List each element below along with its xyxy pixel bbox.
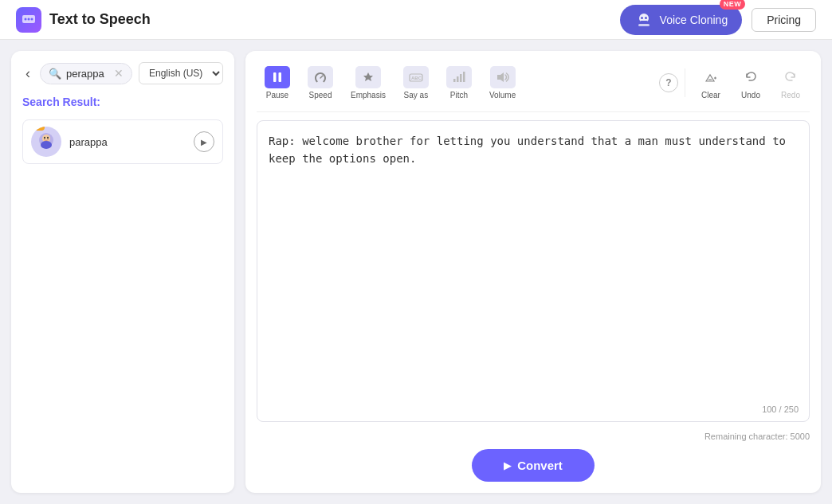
toolbar-separator xyxy=(685,68,685,97)
search-icon: 🔍 xyxy=(49,68,61,80)
svg-point-3 xyxy=(31,18,33,20)
say-as-label: Say as xyxy=(404,91,429,100)
redo-label: Redo xyxy=(781,91,800,100)
voice-name: parappa xyxy=(69,136,108,148)
tool-pitch-button[interactable]: Pitch xyxy=(438,62,480,104)
app-title: Text to Speech xyxy=(49,11,151,28)
search-clear-icon[interactable]: ✕ xyxy=(114,68,124,79)
emphasis-icon xyxy=(355,66,381,88)
undo-label: Undo xyxy=(741,91,760,100)
voice-item[interactable]: VIP parappa ▶ xyxy=(22,119,223,164)
new-badge: NEW xyxy=(720,0,746,10)
tool-volume-button[interactable]: Volume xyxy=(481,62,524,104)
svg-point-13 xyxy=(41,141,52,149)
voice-cloning-label: Voice Cloning xyxy=(660,14,728,26)
text-area[interactable]: Rap: welcome brother for letting you und… xyxy=(257,120,810,422)
clear-icon xyxy=(700,66,722,88)
search-row: ‹ 🔍 ✕ English (US) English (UK) Spanish … xyxy=(22,62,223,84)
svg-point-12 xyxy=(47,137,49,139)
svg-rect-20 xyxy=(453,79,456,82)
redo-icon xyxy=(779,66,802,88)
svg-rect-21 xyxy=(457,76,459,82)
toolbar: Pause Speed xyxy=(257,62,810,112)
voice-play-button[interactable]: ▶ xyxy=(194,131,214,152)
undo-icon xyxy=(740,66,762,88)
tool-emphasis-button[interactable]: Emphasis xyxy=(343,62,394,104)
emphasis-label: Emphasis xyxy=(351,91,386,100)
tool-pause-button[interactable]: Pause xyxy=(257,62,298,104)
undo-button[interactable]: Undo xyxy=(732,62,770,104)
pricing-button[interactable]: Pricing xyxy=(752,8,816,32)
svg-line-16 xyxy=(320,76,323,78)
char-count: 100 / 250 xyxy=(762,404,799,414)
svg-point-5 xyxy=(641,17,643,19)
language-select[interactable]: English (US) English (UK) Spanish French xyxy=(139,62,223,84)
volume-icon xyxy=(490,66,516,88)
svg-text:ABC: ABC xyxy=(411,76,422,80)
right-panel: Pause Speed xyxy=(245,51,821,493)
voice-avatar: VIP xyxy=(31,127,61,157)
search-box: 🔍 ✕ xyxy=(40,63,132,84)
tool-group: Pause Speed xyxy=(257,62,653,104)
back-button[interactable]: ‹ xyxy=(22,64,33,84)
pitch-icon xyxy=(446,66,472,88)
tool-speed-button[interactable]: Speed xyxy=(300,62,341,104)
header: Text to Speech NEW Voice Cloning Pricing xyxy=(0,0,832,40)
svg-rect-14 xyxy=(273,72,277,82)
say-as-icon: ABC xyxy=(403,66,429,88)
vip-badge: VIP xyxy=(31,127,45,131)
help-button[interactable]: ? xyxy=(659,73,678,92)
tool-actions: Clear Undo xyxy=(692,62,810,104)
main-content: ‹ 🔍 ✕ English (US) English (UK) Spanish … xyxy=(0,40,832,504)
speed-icon xyxy=(308,66,333,88)
header-left: Text to Speech xyxy=(16,7,151,33)
clear-button[interactable]: Clear xyxy=(692,62,730,104)
pause-icon xyxy=(265,66,290,88)
text-area-container: Rap: welcome brother for letting you und… xyxy=(257,120,810,422)
svg-rect-22 xyxy=(460,74,462,82)
search-result-label: Search Result: xyxy=(22,96,223,108)
pause-label: Pause xyxy=(266,91,288,100)
search-input[interactable] xyxy=(66,68,109,80)
clear-label: Clear xyxy=(701,91,720,100)
convert-label: Convert xyxy=(517,459,563,472)
convert-play-icon: ▶ xyxy=(504,460,511,471)
svg-point-1 xyxy=(25,18,27,20)
speed-label: Speed xyxy=(309,91,332,100)
svg-marker-24 xyxy=(497,72,504,82)
left-panel: ‹ 🔍 ✕ English (US) English (UK) Spanish … xyxy=(11,51,234,493)
svg-point-11 xyxy=(44,137,45,139)
voice-cloning-button[interactable]: NEW Voice Cloning xyxy=(620,5,743,35)
tool-say-as-button[interactable]: ABC Say as xyxy=(395,62,437,104)
svg-rect-7 xyxy=(640,21,648,23)
svg-point-2 xyxy=(28,18,30,20)
svg-point-6 xyxy=(645,17,647,19)
convert-button[interactable]: ▶ Convert xyxy=(472,449,595,482)
voice-list: VIP parappa ▶ xyxy=(22,119,223,164)
pitch-label: Pitch xyxy=(450,91,468,100)
svg-rect-23 xyxy=(463,72,465,82)
remaining-chars: Remaining character: 5000 xyxy=(257,432,810,441)
svg-rect-15 xyxy=(279,72,282,82)
app-icon xyxy=(16,7,41,33)
volume-label: Volume xyxy=(489,91,516,100)
svg-marker-17 xyxy=(363,72,373,81)
header-right: NEW Voice Cloning Pricing xyxy=(620,5,816,35)
redo-button[interactable]: Redo xyxy=(771,62,810,104)
svg-rect-8 xyxy=(638,24,650,26)
